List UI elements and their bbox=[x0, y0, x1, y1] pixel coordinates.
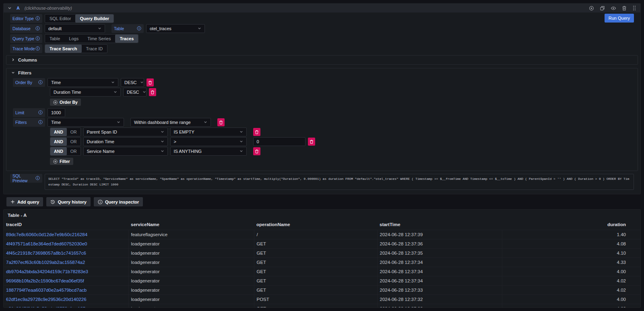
columns-section-toggle[interactable]: Columns bbox=[6, 56, 638, 64]
trash-icon bbox=[255, 149, 259, 154]
filter-value-input[interactable]: 0 bbox=[253, 137, 305, 146]
filter-operator-select[interactable]: > bbox=[170, 137, 247, 146]
query-type-logs[interactable]: Logs bbox=[64, 35, 83, 43]
query-type-time-series[interactable]: Time Series bbox=[83, 35, 115, 43]
order-by-direction-select[interactable]: DESC bbox=[123, 88, 147, 97]
filter-field-select[interactable]: Parent Span ID bbox=[83, 128, 168, 136]
trace-link[interactable]: e91c3645f04fa5e58adcd0758e1ea127 bbox=[6, 306, 85, 308]
starttime-cell: 2024-06-28 12:37:39 bbox=[377, 230, 502, 239]
remove-order-by-button[interactable] bbox=[147, 78, 154, 87]
conjunction-and[interactable]: AND bbox=[50, 128, 67, 136]
trace-mode-trace-id[interactable]: Trace ID bbox=[82, 45, 107, 53]
add-filter-button[interactable]: Filter bbox=[50, 158, 73, 165]
editor-type-query-builder[interactable]: Query Builder bbox=[75, 14, 114, 23]
database-label-text: Database bbox=[12, 26, 31, 31]
info-icon[interactable] bbox=[35, 46, 40, 51]
servicename-cell: loadgenerator bbox=[128, 276, 254, 285]
conjunction-or[interactable]: OR bbox=[67, 138, 80, 146]
info-icon[interactable] bbox=[35, 176, 40, 181]
editor-type-sql-editor[interactable]: SQL Editor bbox=[45, 14, 75, 23]
filter-operator-select[interactable]: Within dashboard time range bbox=[130, 118, 211, 127]
conjunction-and[interactable]: AND bbox=[50, 138, 67, 146]
chevron-down-icon bbox=[8, 6, 12, 10]
column-header-starttime[interactable]: startTime bbox=[377, 219, 502, 230]
filter-operator-value: IS EMPTY bbox=[174, 130, 194, 134]
remove-filter-button[interactable] bbox=[308, 138, 315, 146]
remove-filter-button[interactable] bbox=[253, 128, 260, 136]
query-inspector-button[interactable]: Query inspector bbox=[94, 197, 143, 206]
trace-link[interactable]: 89dc7e8c6060c0d12de7e9b50c216284 bbox=[6, 232, 87, 237]
hide-response-icon[interactable] bbox=[611, 6, 616, 11]
database-table-row: Database default Table otel_traces bbox=[10, 24, 634, 33]
traceid-cell: 4f497571a618e364ed7ded60752030e0 bbox=[4, 239, 128, 248]
filter-operator-select[interactable]: IS EMPTY bbox=[170, 128, 247, 136]
trace-link[interactable]: 62df1ec9a29728c9e29536c20d140226 bbox=[6, 297, 87, 302]
query-history-button[interactable]: Query history bbox=[46, 197, 91, 206]
query-type-traces[interactable]: Traces bbox=[115, 35, 138, 43]
database-select[interactable]: default bbox=[45, 24, 105, 33]
info-icon[interactable] bbox=[35, 16, 40, 21]
add-query-button[interactable]: Add query bbox=[6, 197, 43, 206]
duplicate-query-icon[interactable] bbox=[600, 6, 605, 11]
order-by-field-value: Time bbox=[51, 80, 61, 85]
trace-link[interactable]: db9704a2bbda34204d159c71b78283e3 bbox=[6, 269, 88, 274]
filter-operator-value: Within dashboard time range bbox=[134, 120, 191, 125]
remove-filter-button[interactable] bbox=[253, 147, 260, 155]
time-filter-row: Filters Time Within dashboard time range bbox=[13, 118, 631, 127]
add-order-by-button[interactable]: Order By bbox=[50, 99, 81, 106]
column-header-traceid[interactable]: traceID bbox=[4, 219, 128, 230]
info-icon[interactable] bbox=[35, 26, 40, 31]
query-type-table[interactable]: Table bbox=[45, 35, 64, 43]
info-icon[interactable] bbox=[35, 36, 40, 41]
info-icon[interactable] bbox=[137, 26, 141, 31]
trace-link[interactable]: 4f497571a618e364ed7ded60752030e0 bbox=[6, 241, 87, 246]
limit-input[interactable]: 1000 bbox=[47, 108, 65, 117]
table-panel: Table - A traceID serviceName operationN… bbox=[3, 209, 641, 308]
query-ref-id: A bbox=[17, 6, 20, 10]
trace-mode-label-text: Trace Mode bbox=[12, 46, 35, 51]
remove-query-icon[interactable] bbox=[622, 6, 627, 11]
remove-order-by-button[interactable] bbox=[149, 88, 156, 96]
filter-operator-value: > bbox=[174, 139, 176, 144]
order-by-direction-value: DESC bbox=[127, 90, 139, 95]
trace-mode-trace-search[interactable]: Trace Search bbox=[45, 45, 82, 53]
limit-label: Limit bbox=[13, 108, 45, 117]
filter-operator-select[interactable]: IS ANYTHING bbox=[170, 147, 247, 156]
operationname-cell: / bbox=[254, 230, 377, 239]
column-header-servicename[interactable]: serviceName bbox=[128, 219, 254, 230]
column-header-operationname[interactable]: operationName bbox=[254, 219, 377, 230]
filter-field-select[interactable]: Service Name bbox=[83, 147, 168, 156]
query-row-toggle[interactable]: A (clickhouse-observability) bbox=[8, 6, 72, 10]
order-by-field-select[interactable]: Time bbox=[47, 78, 118, 87]
results-table: traceID serviceName operationName startT… bbox=[4, 219, 640, 308]
trace-link[interactable]: 7a2f07ecf63c60b1029ab2ac155874a2 bbox=[6, 260, 85, 265]
drag-handle-icon[interactable] bbox=[632, 5, 636, 11]
table-select[interactable]: otel_traces bbox=[146, 24, 205, 33]
filter-field-select[interactable]: Duration Time bbox=[83, 137, 168, 146]
filter-field-select[interactable]: Time bbox=[47, 118, 124, 127]
remove-filter-button[interactable] bbox=[217, 118, 225, 126]
conjunction-or[interactable]: OR bbox=[67, 128, 80, 136]
filters-section-toggle[interactable]: Filters bbox=[6, 68, 638, 77]
chevron-down-icon bbox=[161, 139, 164, 144]
query-type-label: Query Type bbox=[10, 34, 42, 43]
conjunction-and[interactable]: AND bbox=[50, 147, 67, 155]
add-filter-label: Filter bbox=[60, 159, 70, 164]
duration-cell: 4.33 bbox=[502, 257, 640, 267]
info-icon[interactable] bbox=[38, 110, 43, 115]
run-query-button[interactable]: Run Query bbox=[605, 14, 634, 23]
column-header-duration[interactable]: duration bbox=[502, 219, 640, 230]
trace-link[interactable]: 4f45c21918c73698057a8b1c741657c6 bbox=[6, 251, 86, 255]
info-icon[interactable] bbox=[38, 120, 43, 125]
conjunction-group: AND OR bbox=[50, 128, 81, 136]
filters-section-title: Filters bbox=[18, 70, 31, 75]
info-icon[interactable] bbox=[38, 80, 43, 85]
order-by-field-select[interactable]: Duration Time bbox=[50, 88, 121, 97]
trace-link[interactable]: 96968b10fa2b2c1590bc67dea06ef35f bbox=[6, 278, 84, 283]
database-select-value: default bbox=[48, 26, 62, 31]
trash-icon bbox=[219, 120, 223, 125]
trace-link[interactable]: 1887794f7eaa6037d0e2a4579bcd7acb bbox=[6, 288, 87, 292]
record-circle-icon[interactable] bbox=[589, 6, 594, 11]
order-by-direction-select[interactable]: DESC bbox=[121, 78, 144, 87]
conjunction-or[interactable]: OR bbox=[67, 147, 80, 155]
